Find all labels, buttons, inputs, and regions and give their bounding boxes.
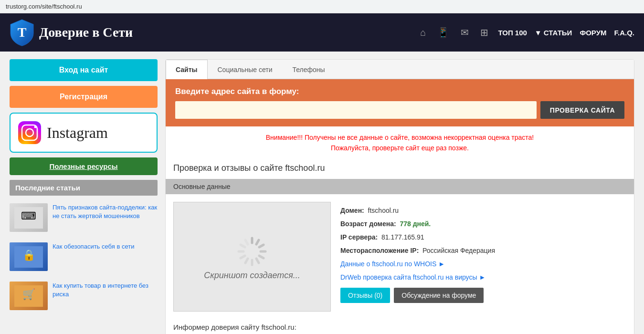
logo-area: Т Доверие в Сети [10,19,133,46]
search-button[interactable]: ПРОВЕРКА САЙТА [540,101,624,119]
nav-articles[interactable]: ▼ СТАТЬИ [535,29,572,37]
search-input[interactable] [175,101,537,119]
forum-button[interactable]: Обсуждение на форуме [394,288,484,303]
loading-spinner [233,232,271,271]
login-button[interactable]: Вход на сайт [10,59,158,81]
whois-link-row: Данные о ftschool.ru по WHOIS ► [340,257,626,271]
svg-line-13 [259,245,264,247]
svg-text:🛒: 🛒 [22,288,36,301]
url-text: trustorg.com/site/ftschool.ru [6,3,82,10]
svg-text:Т: Т [18,25,27,40]
article-item: ⌨ Пять признаков сайта-подделки: как не … [10,200,158,235]
page-title: Проверка и отзывы о сайте ftschool.ru [166,159,634,179]
nav-forum[interactable]: ФОРУМ [580,29,606,37]
nav-links: ТОП 100 ▼ СТАТЬИ ФОРУМ F.A.Q. [498,29,634,37]
location-info: Месторасположение IP: Российская Федерац… [340,244,626,257]
article-link[interactable]: Пять признаков сайта-подделки: как не ст… [53,203,158,220]
domain-value: ftschool.ru [368,207,399,214]
site-details: Домен: ftschool.ru Возраст домена: 778 д… [340,202,626,312]
section-header: Основные данные [166,179,634,194]
screenshot-status-text: Скриншот создается... [204,271,300,281]
article-thumbnail: 🛒 [10,282,48,310]
content-area: Сайты Социальные сети Телефоны Введите а… [165,59,634,334]
article-item: 🔒 Как обезопасить себя в сети [10,240,158,274]
svg-point-4 [34,126,37,128]
instagram-banner[interactable]: Instagram [10,113,158,153]
logo-text: Доверие в Сети [39,25,133,40]
useful-resources-button[interactable]: Полезные ресурсы [10,157,158,175]
register-button[interactable]: Регистрация [10,86,158,108]
drweb-link-row: DrWeb проверка сайта ftschool.ru на виру… [340,271,626,284]
svg-text:⌨: ⌨ [21,210,36,222]
mobile-icon[interactable]: 📱 [437,27,449,38]
svg-line-18 [245,259,248,263]
article-thumbnail: 🔒 [10,242,48,271]
home-icon[interactable]: ⌂ [420,27,426,38]
address-bar: trustorg.com/site/ftschool.ru [0,0,644,13]
instagram-text: Instagram [47,124,108,142]
search-area: Введите адрес сайта в форму: ПРОВЕРКА СА… [166,79,634,126]
nav-faq[interactable]: F.A.Q. [614,29,634,37]
informer-label: Информер доверия сайту ftschool.ru: [166,319,634,334]
drweb-link[interactable]: DrWeb проверка сайта ftschool.ru на виру… [340,273,486,281]
site-info-area: Скриншот создается... Домен: ftschool.ru… [166,194,634,319]
location-label: Месторасположение IP: [340,247,419,254]
svg-line-15 [259,256,264,258]
screenshot-box: Скриншот создается... [173,202,331,312]
svg-line-21 [241,245,245,247]
tab-phones[interactable]: Телефоны [283,60,335,79]
location-value: Российская Федерация [422,247,495,254]
svg-line-12 [256,240,259,244]
age-label: Возраст домена: [340,220,396,228]
grid-icon[interactable]: ⊞ [480,27,488,38]
svg-line-19 [241,256,245,258]
warning-text: Внимание!!! Получены не все данные о сай… [166,126,634,159]
email-icon[interactable]: ✉ [461,27,469,38]
warning-line1: Внимание!!! Получены не все данные о сай… [266,134,534,141]
search-row: ПРОВЕРКА САЙТА [175,101,624,119]
tab-social[interactable]: Социальные сети [208,60,283,79]
articles-section-title: Последние статьи [10,180,158,196]
domain-info: Домен: ftschool.ru [340,204,626,217]
age-value: 778 дней. [400,220,431,228]
svg-text:🔒: 🔒 [22,249,36,261]
article-thumbnail: ⌨ [10,203,48,232]
logo-icon: Т [10,19,34,46]
ip-value: 81.177.165.91 [381,233,424,241]
warning-line2: Пожалуйста, проверьте сайт еще раз позже… [331,144,469,152]
article-link[interactable]: Как купить товар в интернете без риска [53,282,158,299]
article-link[interactable]: Как обезопасить себя в сети [53,242,134,251]
ip-info: IP сервера: 81.177.165.91 [340,230,626,244]
main-container: Вход на сайт Регистрация Insta [0,52,644,334]
action-buttons: Отзывы (0) Обсуждение на форуме [340,288,626,303]
whois-link[interactable]: Данные о ftschool.ru по WHOIS ► [340,260,445,268]
svg-line-22 [245,240,248,244]
domain-label: Домен: [340,207,364,214]
nav-icons: ⌂ 📱 ✉ ⊞ [420,27,488,38]
search-label: Введите адрес сайта в форму: [175,87,624,96]
sidebar: Вход на сайт Регистрация Insta [10,59,158,334]
nav-top100[interactable]: ТОП 100 [498,29,527,37]
ip-label: IP сервера: [340,233,378,241]
article-item: 🛒 Как купить товар в интернете без риска [10,279,158,313]
age-info: Возраст домена: 778 дней. [340,217,626,230]
tab-sites[interactable]: Сайты [166,60,208,79]
tabs: Сайты Социальные сети Телефоны [166,60,634,79]
svg-line-16 [256,259,259,263]
reviews-button[interactable]: Отзывы (0) [340,288,390,303]
instagram-icon [18,121,41,144]
header: Т Доверие в Сети ⌂ 📱 ✉ ⊞ ТОП 100 ▼ СТАТЬ… [0,13,644,52]
